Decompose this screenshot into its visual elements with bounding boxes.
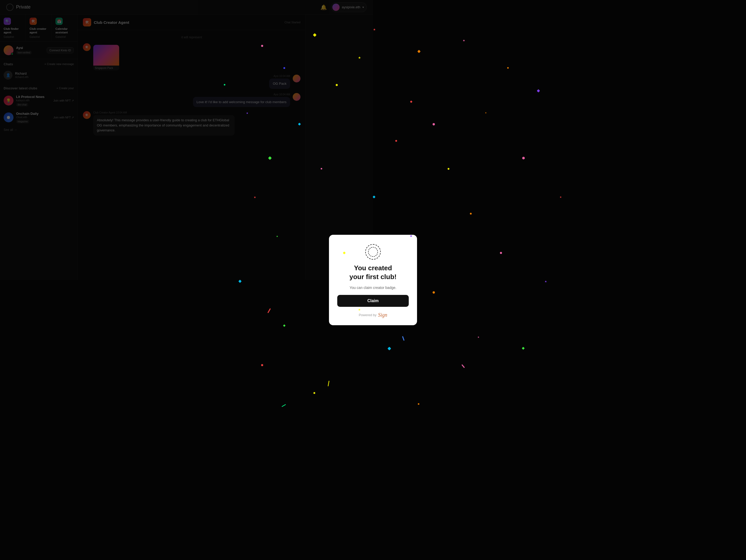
- modal-title: You createdyour first club!: [349, 264, 373, 280]
- modal-overlay[interactable]: You createdyour first club! You can clai…: [0, 0, 373, 280]
- svg-point-0: [368, 247, 373, 256]
- success-modal: You createdyour first club! You can clai…: [329, 235, 373, 280]
- modal-spinner-icon: [365, 244, 373, 260]
